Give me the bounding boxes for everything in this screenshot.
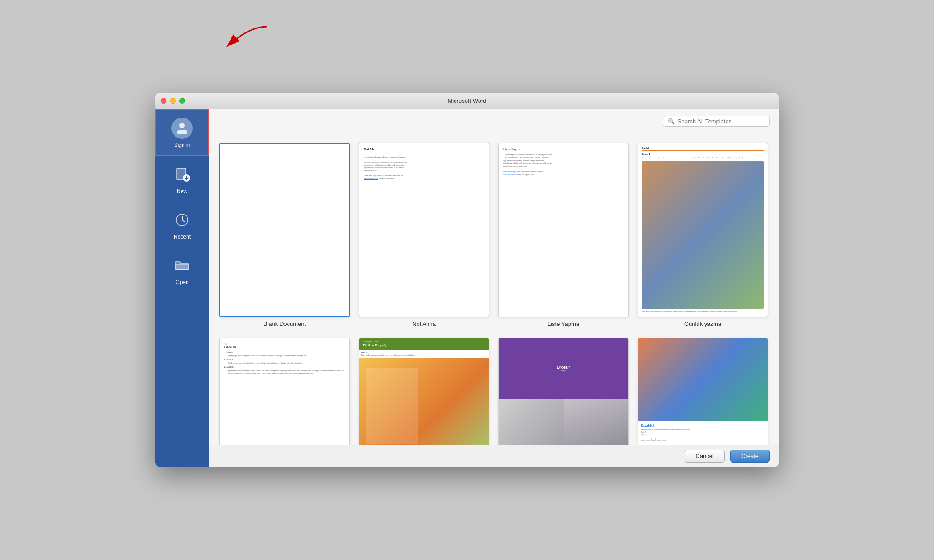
traffic-lights (161, 98, 185, 104)
blank-thumb (219, 143, 350, 317)
not-alma-thumb: Not Alın Not almak için buraya dokunun v… (359, 143, 489, 317)
search-input[interactable] (678, 118, 765, 125)
template-blank[interactable]: Blank Document (219, 143, 350, 327)
templates-area: Blank Document Not Alın Not almak için b… (209, 134, 779, 445)
folder-icon (171, 254, 193, 276)
anahat-thumb: Tarih BAŞLIK 1. BAŞLIK 1 Başlangıçta met… (219, 338, 350, 445)
main-body: Sign in New (155, 109, 779, 467)
footer: Cancel Create (209, 445, 779, 467)
cancel-button[interactable]: Cancel (685, 450, 725, 463)
sidebar: Sign in New (155, 109, 209, 467)
create-button[interactable]: Create (730, 450, 770, 463)
template-anahat[interactable]: Tarih BAŞLIK 1. BAŞLIK 1 Başlangıçta met… (219, 338, 350, 445)
minimize-button[interactable] (170, 98, 176, 104)
sidebar-item-recent[interactable]: Recent (155, 202, 209, 247)
avatar-icon (171, 117, 193, 139)
new-label: New (177, 188, 187, 195)
sidebar-item-signin[interactable]: Sign in (155, 109, 209, 156)
content-header: 🔍 (209, 109, 779, 134)
template-liste[interactable]: Liste Yapın... 1. Üreterek yazmak için b… (498, 143, 629, 327)
close-button[interactable] (161, 98, 166, 104)
template-gunluk[interactable]: Başlık Başlık 1 Hemen başlayın, bu sayfa… (638, 143, 768, 327)
open-label: Open (175, 279, 188, 285)
maximize-button[interactable] (179, 98, 185, 104)
recent-label: Recent (174, 234, 191, 240)
app-window: Microsoft Word Sign in (155, 93, 779, 467)
templates-grid: Blank Document Not Alın Not almak için b… (219, 143, 768, 445)
template-not-alma[interactable]: Not Alın Not almak için buraya dokunun v… (359, 143, 489, 327)
liste-thumb: Liste Yapın... 1. Üreterek yazmak için b… (498, 143, 629, 317)
sidebar-item-new[interactable]: New (155, 156, 209, 202)
template-blank-name: Blank Document (264, 321, 306, 327)
template-bulten[interactable]: Örg. El | Sayı 1 | Tarih Bülten Başlığı … (359, 338, 489, 445)
signin-label: Sign in (174, 142, 191, 148)
title-bar: Microsoft Word (155, 93, 779, 109)
el-ilani-thumb: Satılık! Hemen başlayın için, bu veya ba… (638, 338, 768, 445)
template-not-alma-name: Not Alma (412, 321, 436, 327)
search-box[interactable]: 🔍 (663, 116, 770, 127)
window-title: Microsoft Word (447, 97, 486, 104)
search-icon: 🔍 (668, 118, 675, 125)
template-brosur[interactable]: Broşür Başlığı Alt Başlık (498, 338, 629, 445)
content-area: 🔍 Blank Document Not A (209, 109, 779, 467)
new-doc-icon (171, 163, 193, 186)
template-gunluk-name: Günlük yazma (684, 321, 721, 327)
template-el-ilani[interactable]: Satılık! Hemen başlayın için, bu veya ba… (638, 338, 768, 445)
svg-line-6 (182, 220, 185, 222)
clock-icon (171, 209, 193, 231)
bulten-thumb: Örg. El | Sayı 1 | Tarih Bülten Başlığı … (359, 338, 489, 445)
gunluk-thumb: Başlık Başlık 1 Hemen başlayın, bu sayfa… (638, 143, 768, 317)
sidebar-item-open[interactable]: Open (155, 247, 209, 292)
template-liste-name: Liste Yapma (548, 321, 579, 327)
brosur-thumb: Broşür Başlığı Alt Başlık (498, 338, 629, 445)
